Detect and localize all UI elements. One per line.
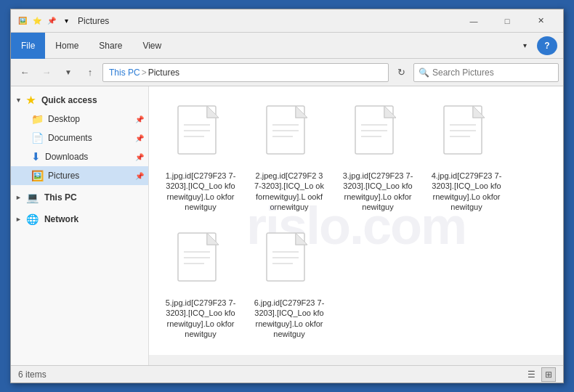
tab-view[interactable]: View — [132, 33, 171, 59]
sidebar-section-network[interactable]: ► 🌐 Network — [11, 210, 148, 229]
tab-home[interactable]: Home — [45, 33, 89, 59]
file-name: 1.jpg.id[C279F23 7-3203].[ICQ_Loo kforne… — [165, 171, 236, 212]
explorer-window: 🖼️ ⭐ 📌 ▾ Pictures — □ ✕ File Home Share … — [10, 9, 564, 383]
file-item[interactable]: 5.jpg.id[C279F23 7-3203].[ICQ_Loo kforne… — [161, 225, 240, 343]
sidebar-label-documents: Documents — [48, 133, 92, 143]
recent-locations-button[interactable]: ▼ — [59, 63, 78, 82]
pin-icon: 📌 — [46, 15, 57, 27]
star-icon: ★ — [26, 94, 36, 106]
file-area: 1.jpg.id[C279F23 7-3203].[ICQ_Loo kforne… — [149, 86, 563, 355]
search-input[interactable] — [432, 68, 554, 78]
file-icon — [171, 102, 230, 168]
maximize-button[interactable]: □ — [490, 9, 524, 33]
up-button[interactable]: ↑ — [81, 63, 100, 82]
address-path[interactable]: This PC > Pictures — [102, 63, 389, 82]
folder-icon: 📁 — [31, 113, 44, 125]
path-part-pc[interactable]: This PC — [109, 68, 140, 78]
expand-icon-pc: ► — [15, 194, 22, 201]
file-icon — [260, 229, 318, 295]
quick-access-icon: ⭐ — [31, 15, 43, 27]
network-icon: 🌐 — [26, 213, 39, 225]
close-button[interactable]: ✕ — [524, 9, 557, 33]
address-bar: ← → ▼ ↑ This PC > Pictures ↻ 🔍 — [11, 59, 563, 86]
file-item[interactable]: 4.jpg.id[C279F23 7-3203].[ICQ_Loo kforne… — [427, 98, 506, 216]
help-button[interactable]: ? — [537, 36, 557, 55]
sidebar-label-downloads: Downloads — [45, 152, 88, 162]
file-item[interactable]: 2.jpeg.id[C279F2 37-3203].[ICQ_Lo okforn… — [249, 98, 329, 216]
pc-icon: 💻 — [26, 192, 39, 203]
docs-icon: 📄 — [31, 132, 44, 144]
file-icon — [260, 102, 318, 168]
search-box[interactable]: 🔍 — [413, 63, 559, 82]
file-item[interactable]: 6.jpg.id[C279F23 7-3203].[ICQ_Loo kforne… — [249, 225, 329, 343]
sidebar-item-documents[interactable]: 📄 Documents 📌 — [11, 128, 148, 147]
file-area-wrapper: rislo.com 1.jpg.id[C279F23 7-3203].[ICQ_… — [149, 86, 563, 365]
dropdown-icon[interactable]: ▾ — [60, 15, 72, 27]
path-part-pictures[interactable]: Pictures — [148, 68, 179, 78]
quickaccess-label: Quick access — [41, 95, 97, 105]
sidebar-label-pictures: Pictures — [48, 171, 79, 181]
tab-file[interactable]: File — [11, 33, 45, 59]
file-icon — [171, 229, 230, 295]
sidebar-item-pictures[interactable]: 🖼️ Pictures 📌 — [11, 166, 148, 185]
tab-share[interactable]: Share — [89, 33, 132, 59]
refresh-button[interactable]: ↻ — [392, 63, 411, 82]
back-button[interactable]: ← — [15, 63, 34, 82]
ribbon-collapse[interactable]: ▾ — [513, 33, 537, 59]
view-toggle: ☰ ⊞ — [524, 367, 556, 382]
window-title: Pictures — [78, 16, 457, 26]
window-controls: — □ ✕ — [457, 9, 557, 33]
path-sep-1: > — [142, 68, 147, 78]
file-item[interactable]: 3.jpg.id[C279F23 7-3203].[ICQ_Loo kforne… — [338, 98, 418, 216]
app-icon: 🖼️ — [17, 15, 28, 27]
pin-icon-pic: 📌 — [135, 172, 144, 180]
expand-icon: ▼ — [15, 97, 22, 104]
file-item[interactable]: 1.jpg.id[C279F23 7-3203].[ICQ_Loo kforne… — [161, 98, 240, 216]
file-name: 4.jpg.id[C279F23 7-3203].[ICQ_Loo kforne… — [431, 171, 502, 212]
sidebar-section-quickaccess[interactable]: ▼ ★ Quick access — [11, 91, 148, 110]
sidebar: ▼ ★ Quick access 📁 Desktop 📌 📄 Documents… — [11, 86, 149, 365]
file-name: 6.jpg.id[C279F23 7-3203].[ICQ_Loo kforne… — [254, 298, 325, 339]
title-icons: 🖼️ ⭐ 📌 ▾ — [17, 15, 72, 27]
grid-view-button[interactable]: ⊞ — [541, 367, 556, 382]
pin-icon-desktop: 📌 — [135, 115, 144, 123]
ribbon: File Home Share View ▾ ? — [11, 33, 563, 59]
network-label: Network — [44, 214, 78, 224]
expand-icon-net: ► — [15, 216, 22, 223]
list-view-button[interactable]: ☰ — [524, 367, 538, 382]
sidebar-label-desktop: Desktop — [48, 114, 80, 124]
picture-icon: 🖼️ — [31, 170, 44, 181]
sidebar-section-thispc[interactable]: ► 💻 This PC — [11, 188, 148, 207]
item-count: 6 items — [18, 369, 47, 380]
sidebar-item-downloads[interactable]: ⬇ Downloads 📌 — [11, 147, 148, 166]
file-icon — [437, 102, 496, 168]
file-name: 2.jpeg.id[C279F2 37-3203].[ICQ_Lo okforn… — [254, 171, 325, 212]
thispc-label: This PC — [44, 192, 77, 203]
file-icon — [349, 102, 407, 168]
download-icon: ⬇ — [31, 150, 41, 163]
pin-icon-docs: 📌 — [135, 134, 144, 142]
sidebar-item-desktop[interactable]: 📁 Desktop 📌 — [11, 110, 148, 128]
pin-icon-dl: 📌 — [135, 153, 144, 161]
minimize-button[interactable]: — — [457, 9, 490, 33]
search-icon: 🔍 — [419, 68, 429, 78]
status-bar: 6 items ☰ ⊞ — [11, 365, 563, 383]
file-name: 5.jpg.id[C279F23 7-3203].[ICQ_Loo kforne… — [165, 298, 236, 339]
forward-button[interactable]: → — [37, 63, 56, 82]
file-name: 3.jpg.id[C279F23 7-3203].[ICQ_Loo kforne… — [342, 171, 413, 212]
main-content: ▼ ★ Quick access 📁 Desktop 📌 📄 Documents… — [11, 86, 563, 365]
file-grid: 1.jpg.id[C279F23 7-3203].[ICQ_Loo kforne… — [161, 98, 551, 343]
title-bar: 🖼️ ⭐ 📌 ▾ Pictures — □ ✕ — [11, 9, 563, 33]
